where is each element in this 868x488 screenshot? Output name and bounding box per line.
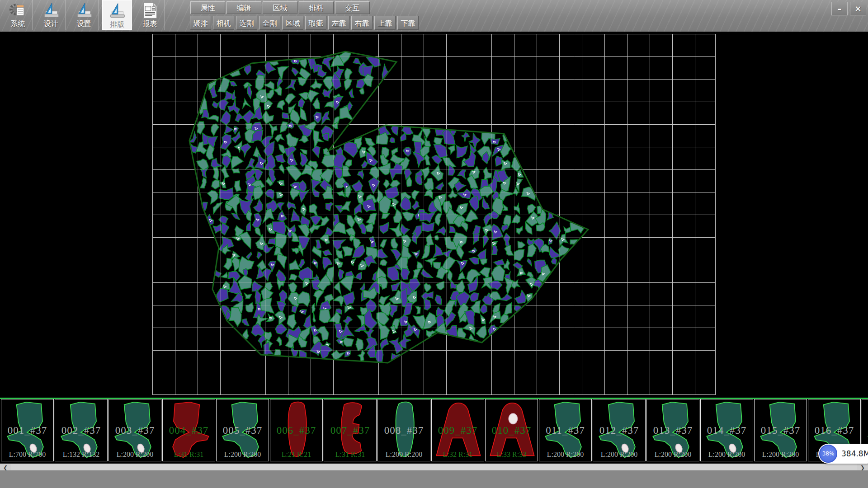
module-label: 设计 <box>44 19 58 29</box>
ruler-icon <box>42 1 60 20</box>
thumbnail-cell[interactable]: 012_#37L:200 R:200 <box>593 399 646 461</box>
piece-id: 013_#37 <box>647 425 699 436</box>
thumbnail-cell[interactable]: 005_#37L:200 R:200 <box>216 399 269 461</box>
piece-id: 012_#37 <box>593 425 645 436</box>
menu-nesting[interactable]: 排料 <box>299 1 334 14</box>
piece-id: 006_#37 <box>270 425 322 436</box>
nesting-viewport[interactable] <box>0 32 868 398</box>
piece-hole <box>509 413 517 424</box>
thumbnail-cell[interactable]: 003_#37L:200 R:200 <box>108 399 161 461</box>
piece-id: 015_#37 <box>755 425 807 436</box>
piece-lr-count: L:200 R:200 <box>701 450 753 459</box>
horizontal-scrollbar[interactable]: ❮ ❯ <box>0 464 868 470</box>
module-label: 报表 <box>143 19 157 29</box>
tool-align-right[interactable]: 右靠 <box>351 16 373 30</box>
piece-id: 007_#37 <box>324 425 376 436</box>
piece-id: 004_#37 <box>163 425 215 436</box>
piece-lr-count: L:33 R:33 <box>486 450 538 459</box>
piece-id: 014_#37 <box>701 425 753 436</box>
tool-row: 聚排相机选割全割区域瑕疵左靠右靠上靠下靠 <box>190 16 419 30</box>
piece-lr-count: L:200 R:200 <box>217 450 269 459</box>
scroll-left-icon[interactable]: ❮ <box>0 464 11 471</box>
piece-lr-count: L:32 R:31 <box>432 450 484 459</box>
tool-cut-all[interactable]: 全割 <box>259 16 280 30</box>
thumbnail-cell[interactable]: 008_#37L:200 R:200 <box>377 399 430 461</box>
piece-id: 009_#37 <box>432 425 484 436</box>
thumbnail-cell[interactable]: 004_#37L:31 R:31 <box>162 399 215 461</box>
ruler-icon <box>108 1 126 20</box>
piece-lr-count: L:700 R:700 <box>1 450 53 459</box>
title-bar: 系统设计设置排版报表 属性编辑区域排料交互 聚排相机选割全割区域瑕疵左靠右靠上靠… <box>0 0 868 32</box>
piece-thumbnail-strip: 001_#37L:700 R:700002_#37L:132 R:132003_… <box>0 399 868 462</box>
close-button[interactable]: ✕ <box>850 2 866 15</box>
thumbnail-cell[interactable]: 002_#37L:132 R:132 <box>55 399 108 461</box>
thumbnail-cell[interactable]: 014_#37L:200 R:200 <box>700 399 753 461</box>
thumbnail-cell[interactable]: 011_#37L:200 R:200 <box>539 399 592 461</box>
menu-properties[interactable]: 属性 <box>190 1 225 14</box>
thumbnail-cell[interactable]: 007_#37L:31 R:31 <box>324 399 377 461</box>
piece-lr-count: L:31 R:31 <box>324 450 376 459</box>
menu-row: 属性编辑区域排料交互 <box>190 1 370 14</box>
percent-indicator: 38% <box>819 445 837 463</box>
thumbnail-cell[interactable]: 010_#37L:33 R:33 <box>485 399 538 461</box>
memory-value: 384.8M <box>841 449 868 458</box>
piece-lr-count: L:132 R:132 <box>55 450 107 459</box>
tool-camera[interactable]: 相机 <box>213 16 234 30</box>
percent-value: 38% <box>822 450 835 457</box>
application-window: 系统设计设置排版报表 属性编辑区域排料交互 聚排相机选割全割区域瑕疵左靠右靠上靠… <box>0 0 868 488</box>
menu-region[interactable]: 区域 <box>263 1 297 14</box>
menu-edit[interactable]: 编辑 <box>226 1 261 14</box>
piece-id: 011_#37 <box>539 425 591 436</box>
thumbnail-cell[interactable]: 009_#37L:32 R:31 <box>431 399 484 461</box>
module-design[interactable]: 设计 <box>36 0 66 30</box>
module-nesting[interactable]: 排版 <box>102 0 132 30</box>
tool-defect[interactable]: 瑕疵 <box>305 16 326 30</box>
module-label: 系统 <box>11 19 25 29</box>
piece-lr-count: L:200 R:200 <box>539 450 591 459</box>
menu-interact[interactable]: 交互 <box>335 1 370 14</box>
report-icon <box>141 1 159 20</box>
piece-id: 010_#37 <box>486 425 538 436</box>
piece-id: 016_#37 <box>808 425 860 436</box>
module-system[interactable]: 系统 <box>3 0 33 30</box>
thumbnail-cell[interactable]: 015_#37L:200 R:200 <box>754 399 807 461</box>
nesting-canvas[interactable] <box>0 32 868 398</box>
tool-cluster-nest[interactable]: 聚排 <box>190 16 211 30</box>
piece-id: 003_#37 <box>109 425 161 436</box>
piece-id: 002_#37 <box>55 425 107 436</box>
piece-lr-count: L:200 R:200 <box>109 450 161 459</box>
piece-id: 001_#37 <box>1 425 53 436</box>
status-bar <box>0 470 868 488</box>
piece-lr-count: L:200 R:200 <box>755 450 807 459</box>
tool-align-left[interactable]: 左靠 <box>328 16 349 30</box>
window-controls: – ✕ <box>831 2 866 15</box>
tool-region[interactable]: 区域 <box>282 16 303 30</box>
piece-lr-count: L:200 R:200 <box>647 450 699 459</box>
tool-select-cut[interactable]: 选割 <box>236 16 257 30</box>
tool-align-bottom[interactable]: 下靠 <box>397 16 419 30</box>
piece-id: 008_#37 <box>378 425 430 436</box>
ruler-icon <box>75 1 93 20</box>
minimize-button[interactable]: – <box>831 2 848 15</box>
piece-lr-count: L:21 R:21 <box>270 450 322 459</box>
tool-align-top[interactable]: 上靠 <box>374 16 396 30</box>
piece-lr-count: L:200 R:200 <box>593 450 645 459</box>
module-settings[interactable]: 设置 <box>69 0 99 30</box>
scroll-right-icon[interactable]: ❯ <box>857 464 868 471</box>
piece-lr-count: L:200 R:200 <box>378 450 430 459</box>
thumbnail-cell[interactable]: 006_#37L:21 R:21 <box>270 399 323 461</box>
memory-usage-badge: 38% 384.8M <box>818 444 868 464</box>
thumbnail-cell[interactable]: 013_#37L:200 R:200 <box>646 399 699 461</box>
module-report[interactable]: 报表 <box>135 0 165 30</box>
piece-id: 005_#37 <box>217 425 269 436</box>
module-label: 排版 <box>110 20 124 29</box>
gear-doc-icon <box>9 1 27 20</box>
piece-lr-count: L:31 R:31 <box>163 450 215 459</box>
module-toolbar: 系统设计设置排版报表 <box>0 0 165 30</box>
module-label: 设置 <box>77 19 91 29</box>
thumbnail-cell[interactable]: 001_#37L:700 R:700 <box>1 399 54 461</box>
